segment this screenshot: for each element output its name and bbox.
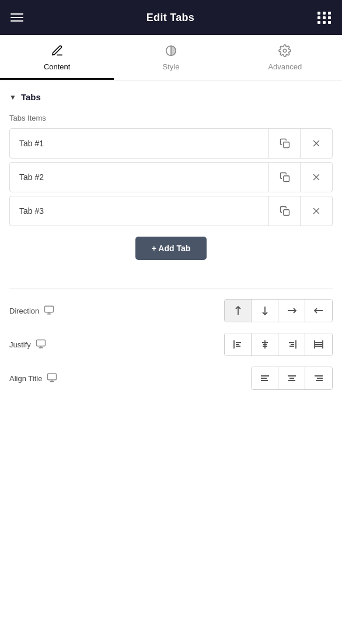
tab-3-delete-button[interactable] <box>301 196 332 226</box>
tab-navigation: Content Style Advanced <box>0 35 342 80</box>
tab-item-name: Tab #3 <box>10 196 269 226</box>
direction-label: Direction <box>9 305 79 317</box>
header-title: Edit Tabs <box>146 12 194 24</box>
tab-content-label: Content <box>44 62 71 71</box>
tab-item-row: Tab #3 <box>9 196 333 226</box>
tab-advanced-label: Advanced <box>268 62 302 71</box>
justify-stretch[interactable] <box>305 333 332 356</box>
tab-1-delete-button[interactable] <box>301 129 332 158</box>
align-title-setting: Align Title <box>9 367 333 390</box>
monitor-icon <box>36 339 46 351</box>
tabs-list: Tab #1 Tab #2 <box>9 128 333 226</box>
justify-stretch-icon <box>313 339 324 350</box>
align-title-left[interactable] <box>252 367 278 389</box>
direction-setting: Direction <box>9 299 333 322</box>
add-tab-button[interactable]: + Add Tab <box>135 237 207 260</box>
justify-center-icon <box>260 339 270 350</box>
tab-item-name: Tab #1 <box>10 129 269 158</box>
main-content: ▼ Tabs Tabs Items Tab #1 Tab #2 <box>0 80 342 412</box>
grid-icon[interactable] <box>317 12 331 24</box>
justify-center[interactable] <box>252 333 278 356</box>
justify-end[interactable] <box>278 333 305 356</box>
tab-content[interactable]: Content <box>0 35 114 80</box>
justify-start[interactable] <box>225 333 252 356</box>
align-right-icon <box>287 305 297 316</box>
svg-rect-2 <box>283 142 289 148</box>
justify-label: Justify <box>9 339 79 351</box>
close-icon <box>311 206 322 216</box>
tab-item-name: Tab #2 <box>10 163 269 192</box>
svg-rect-18 <box>36 340 45 346</box>
close-icon <box>311 138 322 149</box>
close-icon <box>311 172 322 182</box>
tab-item-row: Tab #1 <box>9 128 333 159</box>
text-align-center-icon <box>287 373 297 383</box>
align-left-icon <box>313 305 324 316</box>
copy-icon <box>280 138 290 149</box>
pencil-icon <box>51 44 64 59</box>
half-circle-icon <box>165 44 177 59</box>
direction-option-bottom[interactable] <box>252 300 278 322</box>
tab-2-duplicate-button[interactable] <box>269 163 301 192</box>
svg-point-1 <box>284 49 287 52</box>
align-title-center[interactable] <box>278 367 305 389</box>
section-header: ▼ Tabs <box>9 92 333 102</box>
justify-setting: Justify <box>9 333 333 356</box>
monitor-icon <box>47 372 57 385</box>
align-title-right[interactable] <box>305 367 332 389</box>
tab-2-delete-button[interactable] <box>301 163 332 192</box>
gear-icon <box>278 44 291 59</box>
align-bottom-icon <box>260 305 270 316</box>
align-top-icon <box>233 305 243 316</box>
svg-rect-11 <box>45 306 54 312</box>
direction-option-right[interactable] <box>278 300 305 322</box>
svg-rect-8 <box>283 210 289 216</box>
tab-advanced[interactable]: Advanced <box>228 35 342 80</box>
tabs-items-label: Tabs Items <box>9 114 333 122</box>
direction-option-top[interactable] <box>225 300 252 322</box>
tab-1-duplicate-button[interactable] <box>269 129 301 158</box>
direction-option-left[interactable] <box>305 300 332 322</box>
tab-style[interactable]: Style <box>114 35 228 80</box>
copy-icon <box>280 172 290 182</box>
justify-end-icon <box>287 339 297 350</box>
tab-item-row: Tab #2 <box>9 162 333 192</box>
tab-style-label: Style <box>163 62 180 71</box>
header: Edit Tabs <box>0 0 342 35</box>
monitor-icon <box>44 305 54 317</box>
copy-icon <box>280 206 290 216</box>
menu-icon[interactable] <box>11 13 23 22</box>
svg-rect-5 <box>283 176 289 182</box>
justify-btn-group <box>224 333 333 356</box>
align-title-label: Align Title <box>9 372 79 385</box>
svg-rect-38 <box>48 374 57 380</box>
align-title-btn-group <box>251 367 333 390</box>
text-align-left-icon <box>260 373 270 383</box>
tab-3-duplicate-button[interactable] <box>269 196 301 226</box>
collapse-arrow[interactable]: ▼ <box>9 93 16 101</box>
divider <box>9 288 333 288</box>
direction-btn-group <box>224 299 333 322</box>
justify-start-icon <box>233 339 243 350</box>
text-align-right-icon <box>313 373 324 383</box>
section-title: Tabs <box>21 92 41 102</box>
